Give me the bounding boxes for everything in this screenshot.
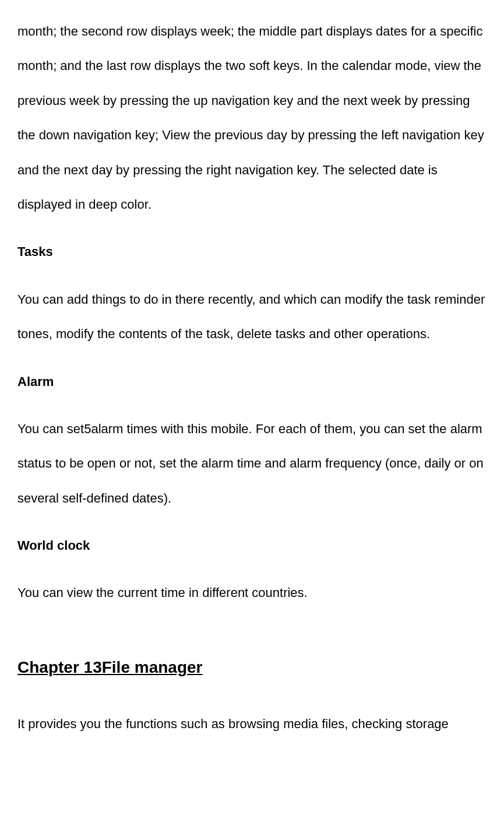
alarm-heading: Alarm <box>17 364 487 399</box>
world-clock-description-paragraph: You can view the current time in differe… <box>17 575 487 610</box>
file-manager-description-paragraph: It provides you the functions such as br… <box>17 707 487 741</box>
alarm-description-paragraph: You can set5alarm times with this mobile… <box>17 412 487 515</box>
world-clock-heading: World clock <box>17 528 487 563</box>
tasks-description-paragraph: You can add things to do in there recent… <box>17 282 487 352</box>
chapter-13-heading: Chapter 13File manager <box>17 645 487 690</box>
tasks-heading: Tasks <box>17 234 487 269</box>
calendar-description-paragraph: month; the second row displays week; the… <box>17 14 487 222</box>
